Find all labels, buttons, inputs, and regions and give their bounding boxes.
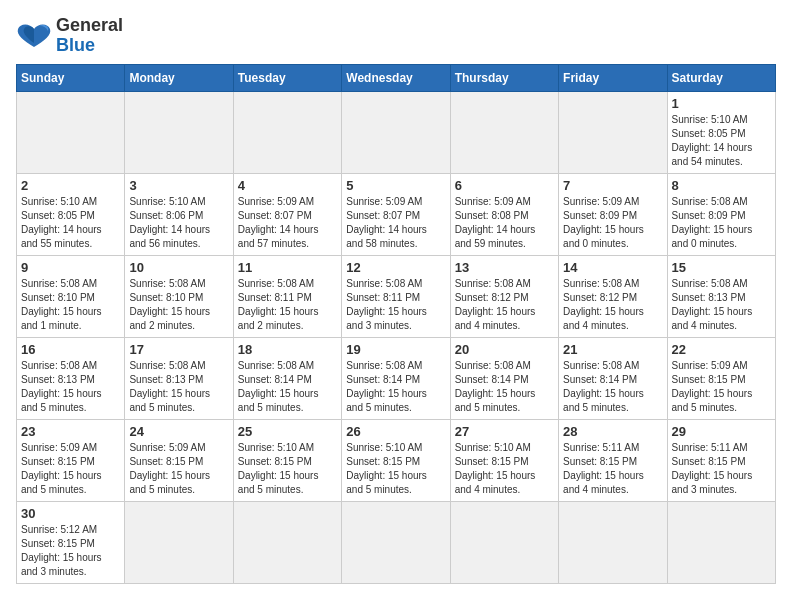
calendar-day-cell: 6Sunrise: 5:09 AMSunset: 8:08 PMDaylight… (450, 173, 558, 255)
calendar-day-cell: 21Sunrise: 5:08 AMSunset: 8:14 PMDayligh… (559, 337, 667, 419)
calendar-day-cell (233, 91, 341, 173)
day-number: 7 (563, 178, 662, 193)
calendar-day-cell: 1Sunrise: 5:10 AMSunset: 8:05 PMDaylight… (667, 91, 775, 173)
calendar-day-cell (667, 501, 775, 583)
logo-text: GeneralBlue (56, 16, 123, 56)
day-number: 13 (455, 260, 554, 275)
day-info: Sunrise: 5:09 AMSunset: 8:09 PMDaylight:… (563, 195, 662, 251)
day-info: Sunrise: 5:11 AMSunset: 8:15 PMDaylight:… (672, 441, 771, 497)
day-info: Sunrise: 5:08 AMSunset: 8:12 PMDaylight:… (455, 277, 554, 333)
day-number: 21 (563, 342, 662, 357)
calendar-week-row: 9Sunrise: 5:08 AMSunset: 8:10 PMDaylight… (17, 255, 776, 337)
calendar-day-cell: 12Sunrise: 5:08 AMSunset: 8:11 PMDayligh… (342, 255, 450, 337)
day-of-week-header: Saturday (667, 64, 775, 91)
day-info: Sunrise: 5:08 AMSunset: 8:12 PMDaylight:… (563, 277, 662, 333)
day-number: 4 (238, 178, 337, 193)
calendar-day-cell: 14Sunrise: 5:08 AMSunset: 8:12 PMDayligh… (559, 255, 667, 337)
day-info: Sunrise: 5:09 AMSunset: 8:08 PMDaylight:… (455, 195, 554, 251)
day-number: 30 (21, 506, 120, 521)
day-info: Sunrise: 5:10 AMSunset: 8:05 PMDaylight:… (21, 195, 120, 251)
calendar-day-cell: 7Sunrise: 5:09 AMSunset: 8:09 PMDaylight… (559, 173, 667, 255)
day-info: Sunrise: 5:08 AMSunset: 8:13 PMDaylight:… (21, 359, 120, 415)
day-number: 25 (238, 424, 337, 439)
day-info: Sunrise: 5:08 AMSunset: 8:14 PMDaylight:… (238, 359, 337, 415)
day-info: Sunrise: 5:12 AMSunset: 8:15 PMDaylight:… (21, 523, 120, 579)
day-info: Sunrise: 5:08 AMSunset: 8:13 PMDaylight:… (672, 277, 771, 333)
calendar-day-cell: 24Sunrise: 5:09 AMSunset: 8:15 PMDayligh… (125, 419, 233, 501)
day-number: 17 (129, 342, 228, 357)
day-of-week-header: Tuesday (233, 64, 341, 91)
day-number: 12 (346, 260, 445, 275)
day-number: 24 (129, 424, 228, 439)
day-number: 15 (672, 260, 771, 275)
calendar-day-cell: 16Sunrise: 5:08 AMSunset: 8:13 PMDayligh… (17, 337, 125, 419)
calendar-week-row: 2Sunrise: 5:10 AMSunset: 8:05 PMDaylight… (17, 173, 776, 255)
calendar-week-row: 16Sunrise: 5:08 AMSunset: 8:13 PMDayligh… (17, 337, 776, 419)
calendar-day-cell (559, 501, 667, 583)
calendar-day-cell (125, 91, 233, 173)
calendar-day-cell: 11Sunrise: 5:08 AMSunset: 8:11 PMDayligh… (233, 255, 341, 337)
calendar-day-cell: 30Sunrise: 5:12 AMSunset: 8:15 PMDayligh… (17, 501, 125, 583)
day-number: 27 (455, 424, 554, 439)
calendar-day-cell: 3Sunrise: 5:10 AMSunset: 8:06 PMDaylight… (125, 173, 233, 255)
calendar-day-cell (17, 91, 125, 173)
day-of-week-header: Sunday (17, 64, 125, 91)
day-of-week-header: Thursday (450, 64, 558, 91)
calendar-day-cell (450, 501, 558, 583)
calendar-day-cell (342, 91, 450, 173)
day-number: 20 (455, 342, 554, 357)
day-number: 5 (346, 178, 445, 193)
day-info: Sunrise: 5:08 AMSunset: 8:13 PMDaylight:… (129, 359, 228, 415)
day-number: 2 (21, 178, 120, 193)
day-info: Sunrise: 5:09 AMSunset: 8:15 PMDaylight:… (129, 441, 228, 497)
calendar-day-cell: 27Sunrise: 5:10 AMSunset: 8:15 PMDayligh… (450, 419, 558, 501)
calendar-day-cell (125, 501, 233, 583)
day-number: 1 (672, 96, 771, 111)
calendar-day-cell: 13Sunrise: 5:08 AMSunset: 8:12 PMDayligh… (450, 255, 558, 337)
day-number: 6 (455, 178, 554, 193)
day-number: 11 (238, 260, 337, 275)
day-of-week-header: Monday (125, 64, 233, 91)
logo: GeneralBlue (16, 16, 123, 56)
calendar-day-cell: 26Sunrise: 5:10 AMSunset: 8:15 PMDayligh… (342, 419, 450, 501)
calendar-day-cell (342, 501, 450, 583)
day-info: Sunrise: 5:09 AMSunset: 8:15 PMDaylight:… (672, 359, 771, 415)
day-info: Sunrise: 5:10 AMSunset: 8:15 PMDaylight:… (346, 441, 445, 497)
calendar-day-cell (450, 91, 558, 173)
day-number: 22 (672, 342, 771, 357)
day-info: Sunrise: 5:08 AMSunset: 8:14 PMDaylight:… (563, 359, 662, 415)
calendar-day-cell: 5Sunrise: 5:09 AMSunset: 8:07 PMDaylight… (342, 173, 450, 255)
calendar-day-cell: 19Sunrise: 5:08 AMSunset: 8:14 PMDayligh… (342, 337, 450, 419)
logo-icon (16, 21, 52, 51)
calendar-week-row: 1Sunrise: 5:10 AMSunset: 8:05 PMDaylight… (17, 91, 776, 173)
day-number: 26 (346, 424, 445, 439)
day-info: Sunrise: 5:09 AMSunset: 8:07 PMDaylight:… (346, 195, 445, 251)
calendar-day-cell: 2Sunrise: 5:10 AMSunset: 8:05 PMDaylight… (17, 173, 125, 255)
calendar-week-row: 30Sunrise: 5:12 AMSunset: 8:15 PMDayligh… (17, 501, 776, 583)
calendar-day-cell: 28Sunrise: 5:11 AMSunset: 8:15 PMDayligh… (559, 419, 667, 501)
calendar-header-row: SundayMondayTuesdayWednesdayThursdayFrid… (17, 64, 776, 91)
day-number: 14 (563, 260, 662, 275)
calendar-day-cell: 23Sunrise: 5:09 AMSunset: 8:15 PMDayligh… (17, 419, 125, 501)
day-number: 16 (21, 342, 120, 357)
day-info: Sunrise: 5:08 AMSunset: 8:09 PMDaylight:… (672, 195, 771, 251)
day-of-week-header: Friday (559, 64, 667, 91)
calendar-day-cell: 4Sunrise: 5:09 AMSunset: 8:07 PMDaylight… (233, 173, 341, 255)
day-number: 28 (563, 424, 662, 439)
day-number: 29 (672, 424, 771, 439)
day-info: Sunrise: 5:08 AMSunset: 8:11 PMDaylight:… (346, 277, 445, 333)
calendar-day-cell: 25Sunrise: 5:10 AMSunset: 8:15 PMDayligh… (233, 419, 341, 501)
day-number: 10 (129, 260, 228, 275)
day-info: Sunrise: 5:11 AMSunset: 8:15 PMDaylight:… (563, 441, 662, 497)
day-info: Sunrise: 5:10 AMSunset: 8:15 PMDaylight:… (455, 441, 554, 497)
day-number: 9 (21, 260, 120, 275)
day-number: 19 (346, 342, 445, 357)
calendar-day-cell: 20Sunrise: 5:08 AMSunset: 8:14 PMDayligh… (450, 337, 558, 419)
calendar-day-cell: 15Sunrise: 5:08 AMSunset: 8:13 PMDayligh… (667, 255, 775, 337)
day-info: Sunrise: 5:10 AMSunset: 8:05 PMDaylight:… (672, 113, 771, 169)
calendar-day-cell (233, 501, 341, 583)
day-info: Sunrise: 5:08 AMSunset: 8:10 PMDaylight:… (21, 277, 120, 333)
calendar-day-cell: 29Sunrise: 5:11 AMSunset: 8:15 PMDayligh… (667, 419, 775, 501)
header: GeneralBlue (16, 16, 776, 56)
calendar-day-cell: 9Sunrise: 5:08 AMSunset: 8:10 PMDaylight… (17, 255, 125, 337)
